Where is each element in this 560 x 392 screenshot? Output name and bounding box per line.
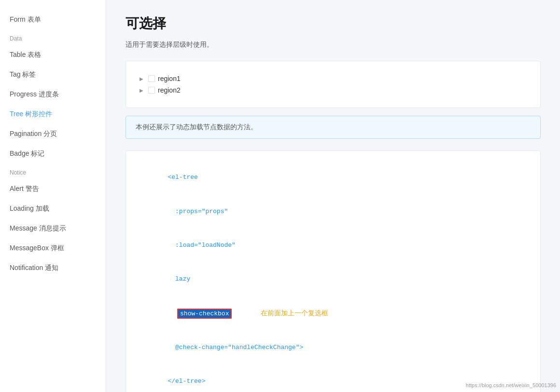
sidebar-item-message[interactable]: Message 消息提示 bbox=[0, 218, 106, 238]
sidebar-section-data: Data bbox=[0, 29, 106, 45]
sidebar-item-tree[interactable]: Tree 树形控件 bbox=[0, 104, 106, 124]
code-attr-props: :props="props" bbox=[168, 208, 228, 215]
page-title: 可选择 bbox=[126, 14, 541, 33]
page-description: 适用于需要选择层级时使用。 bbox=[126, 41, 541, 49]
sidebar-item-progress[interactable]: Progress 进度条 bbox=[0, 84, 106, 104]
main-content: 可选择 适用于需要选择层级时使用。 ▶ region1 ▶ region2 本例… bbox=[106, 0, 560, 392]
tree-label-region1: region1 bbox=[158, 75, 181, 82]
sidebar-item-pagination[interactable]: Pagination 分页 bbox=[0, 124, 106, 144]
code-line-2: :props="props" bbox=[138, 194, 529, 228]
code-tag-el-tree-close: </el-tree> bbox=[168, 378, 205, 385]
sidebar-item-messagebox[interactable]: MessageBox 弹框 bbox=[0, 238, 106, 258]
code-highlight-show-checkbox: show-checkbox bbox=[177, 309, 232, 319]
code-block: <el-tree :props="props" :load="loadNode"… bbox=[126, 150, 541, 392]
info-text: 本例还展示了动态加载节点数据的方法。 bbox=[136, 123, 257, 131]
sidebar-item-notification[interactable]: Notification 通知 bbox=[0, 258, 106, 278]
tree-checkbox-region2[interactable] bbox=[148, 87, 155, 94]
sidebar-item-form[interactable]: Form 表单 bbox=[0, 10, 106, 29]
code-annotation: 在前面加上一个复选框 bbox=[261, 309, 328, 317]
demo-box: ▶ region1 ▶ region2 bbox=[126, 61, 541, 108]
code-line-5: show-checkbox在前面加上一个复选框 bbox=[138, 296, 529, 331]
code-attr-load: :load="loadNode" bbox=[168, 242, 235, 249]
sidebar: Form 表单 Data Table 表格 Tag 标签 Progress 进度… bbox=[0, 0, 106, 392]
tree-arrow-region2[interactable]: ▶ bbox=[138, 86, 145, 94]
sidebar-section-notice: Notice bbox=[0, 163, 106, 179]
tree-item-region2[interactable]: ▶ region2 bbox=[138, 84, 529, 96]
code-line-1: <el-tree bbox=[138, 161, 529, 194]
tree-item-region1[interactable]: ▶ region1 bbox=[138, 73, 529, 84]
code-attr-lazy: lazy bbox=[168, 275, 190, 283]
sidebar-item-table[interactable]: Table 表格 bbox=[0, 45, 106, 65]
code-attr-check-change: @check-change="handleCheckChange"> bbox=[168, 344, 303, 351]
code-line-4: lazy bbox=[138, 262, 529, 296]
code-tag-el-tree-open: <el-tree bbox=[168, 174, 197, 181]
sidebar-item-loading[interactable]: Loading 加载 bbox=[0, 199, 106, 218]
info-box: 本例还展示了动态加载节点数据的方法。 bbox=[126, 116, 541, 139]
watermark: https://blog.csdn.net/weixin_50001396 bbox=[466, 382, 556, 388]
code-line-3: :load="loadNode" bbox=[138, 228, 529, 262]
tree-arrow-region1[interactable]: ▶ bbox=[138, 75, 145, 82]
tree-checkbox-region1[interactable] bbox=[148, 75, 155, 82]
tree-label-region2: region2 bbox=[158, 86, 181, 94]
sidebar-item-tag[interactable]: Tag 标签 bbox=[0, 65, 106, 84]
sidebar-item-badge[interactable]: Badge 标记 bbox=[0, 144, 106, 163]
code-line-6: @check-change="handleCheckChange"> bbox=[138, 331, 529, 365]
layout: Form 表单 Data Table 表格 Tag 标签 Progress 进度… bbox=[0, 0, 560, 392]
sidebar-item-alert[interactable]: Alert 警告 bbox=[0, 179, 106, 199]
